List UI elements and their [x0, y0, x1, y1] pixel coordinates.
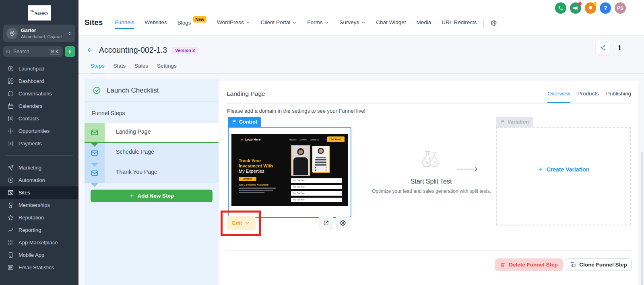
split-test-subtitle: Optimize your lead and sales generation …	[363, 188, 500, 194]
search-input[interactable]	[13, 49, 49, 54]
thumb-form-fields: Your Title Here▾Your Title Here▾Your Tit…	[291, 178, 342, 204]
nav-tab-blogs[interactable]: BlogsNew	[178, 19, 206, 29]
control-page-preview[interactable]: Logo Here About UsServicesContact Us Get…	[228, 127, 351, 218]
edit-button[interactable]: Edit	[227, 216, 256, 230]
announcements-icon[interactable]	[570, 2, 581, 14]
location-pin-icon	[6, 28, 18, 39]
funnel-step-landing-page[interactable]: Landing Page	[85, 123, 219, 143]
variation-badge: Variation	[496, 117, 533, 127]
red-dot-badge	[578, 2, 582, 5]
preview-page-button[interactable]	[319, 216, 333, 230]
reputation-icon	[7, 214, 14, 221]
envelope-icon	[91, 169, 99, 177]
funnel-step-thank-you-page[interactable]: Thank You Page	[85, 163, 219, 183]
split-test-title: Start Split Test	[383, 178, 479, 185]
sidebar-item-app-marketplace[interactable]: App Marketplace	[0, 236, 78, 249]
envelope-icon	[91, 149, 99, 157]
delete-funnel-step-button[interactable]: Delete Funnel Step	[495, 258, 563, 271]
add-new-step-label: Add New Step	[138, 193, 174, 199]
step-title: Landing Page	[227, 90, 265, 97]
funnel-step-schedule-page[interactable]: Schedule Page	[85, 143, 219, 163]
sidebar-item-label: Memberships	[19, 202, 50, 208]
flag-icon	[500, 120, 505, 124]
sidebar-item-reporting[interactable]: Reporting	[0, 224, 78, 236]
nav-tab-funnels[interactable]: Funnels	[115, 19, 134, 29]
detail-tab-overview[interactable]: Overview	[547, 90, 570, 103]
nav-tab-websites[interactable]: Websites	[144, 19, 167, 29]
clone-funnel-step-label: Clone Funnel Step	[579, 262, 627, 268]
sidebar-item-label: Conversations	[19, 91, 52, 97]
nav-tab-surveys[interactable]: Surveys	[339, 19, 365, 29]
nav-tab-label: WordPress	[217, 19, 244, 25]
landing-page-thumbnail: Logo Here About UsServicesContact Us Get…	[231, 134, 348, 206]
launch-checklist[interactable]: Launch Checklist	[85, 79, 219, 102]
detail-tab-publishing[interactable]: Publishing	[606, 90, 631, 103]
ai-assistant-button[interactable]	[65, 46, 75, 57]
sidebar-item-launchpad[interactable]: Launchpad	[0, 62, 78, 75]
sidebar-item-email-statistics[interactable]: Email Statistics	[0, 261, 78, 274]
sites-settings-gear-icon[interactable]	[490, 20, 497, 27]
nav-tab-wordpress[interactable]: WordPress	[217, 19, 250, 29]
sidebar: TheAgency Garter Ahmedabad, Gujarat ⌘ K …	[0, 0, 78, 285]
agency-logo-text: Agency	[34, 10, 48, 15]
sidebar-nav: LaunchpadDashboardConversationsCalendars…	[0, 62, 78, 274]
nav-tab-chat-widget[interactable]: Chat Widget	[376, 19, 406, 29]
contacts-icon	[7, 115, 14, 122]
check-circle-icon	[93, 86, 101, 95]
nav-tab-label: Surveys	[339, 19, 359, 25]
page-settings-button[interactable]	[336, 216, 350, 230]
back-arrow-icon[interactable]	[87, 46, 94, 54]
clone-funnel-step-button[interactable]: Clone Funnel Step	[566, 258, 632, 271]
sidebar-item-label: Reporting	[19, 227, 41, 233]
thumb-cta-button: Get Started	[327, 136, 345, 142]
thumb-contact-button: Contact us	[239, 177, 256, 181]
nav-tab-label: Blogs	[178, 20, 191, 26]
dashboard-icon	[7, 78, 14, 85]
nav-tab-label: Chat Widget	[376, 19, 406, 25]
flasks-icon	[418, 149, 443, 170]
nav-tab-client-portal[interactable]: Client Portal	[261, 19, 297, 29]
nav-tab-media[interactable]: Media	[417, 19, 431, 29]
email-statistics-icon	[7, 264, 14, 271]
account-location: Ahmedabad, Gujarat	[21, 34, 67, 39]
sidebar-item-contacts[interactable]: Contacts	[0, 112, 78, 125]
sidebar-item-automation[interactable]: Automation	[0, 174, 78, 186]
funnel-tab-sales[interactable]: Sales	[134, 62, 148, 74]
sidebar-item-memberships[interactable]: Memberships	[0, 199, 78, 211]
funnel-tab-settings[interactable]: Settings	[157, 62, 177, 74]
share-button[interactable]	[596, 40, 610, 55]
nav-tab-url-redirects[interactable]: URL Redirects	[442, 19, 477, 29]
sidebar-item-opportunities[interactable]: Opportunities	[0, 125, 78, 137]
notifications-bell-icon[interactable]	[585, 2, 596, 14]
sidebar-item-calendars[interactable]: Calendars	[0, 100, 78, 112]
user-avatar[interactable]: PS	[615, 2, 626, 14]
thumb-form-field: Your Title Here▾	[291, 185, 342, 189]
sidebar-item-payments[interactable]: $Payments	[0, 137, 78, 150]
sidebar-item-marketing[interactable]: Marketing	[0, 161, 78, 174]
sidebar-item-dashboard[interactable]: Dashboard	[0, 75, 78, 87]
create-variation-button[interactable]: Create Variation	[538, 166, 590, 173]
thumb-form-field: Your Title Here▾	[291, 178, 342, 183]
phone-icon[interactable]	[555, 2, 566, 14]
funnel-tab-stats[interactable]: Stats	[114, 62, 126, 74]
sidebar-item-label: Sites	[19, 190, 30, 196]
sidebar-item-label: Opportunities	[19, 128, 50, 134]
help-icon[interactable]: ?	[600, 2, 611, 14]
sidebar-item-sites[interactable]: Sites	[0, 186, 78, 199]
nav-tab-forms[interactable]: Forms	[307, 19, 329, 29]
funnel-tab-steps[interactable]: Steps	[91, 62, 105, 74]
location-switcher[interactable]: Garter Ahmedabad, Gujarat	[3, 25, 75, 42]
add-new-step-button[interactable]: Add New Step	[91, 190, 213, 202]
sidebar-item-conversations[interactable]: Conversations	[0, 87, 78, 100]
memberships-icon	[7, 202, 14, 209]
card-divider	[227, 103, 631, 104]
sidebar-item-mobile-app[interactable]: Mobile App	[0, 249, 78, 261]
info-icon[interactable]: i	[619, 43, 621, 52]
funnel-title: Accounting-002-1.3	[99, 45, 167, 55]
control-badge-label: Control	[239, 119, 257, 125]
thumb-nav-link: Contact Us	[310, 139, 319, 141]
detail-tab-products[interactable]: Products	[577, 90, 599, 103]
sidebar-search[interactable]: ⌘ K	[3, 46, 63, 57]
sidebar-item-reputation[interactable]: Reputation	[0, 211, 78, 224]
scrollbar[interactable]	[641, 152, 643, 285]
